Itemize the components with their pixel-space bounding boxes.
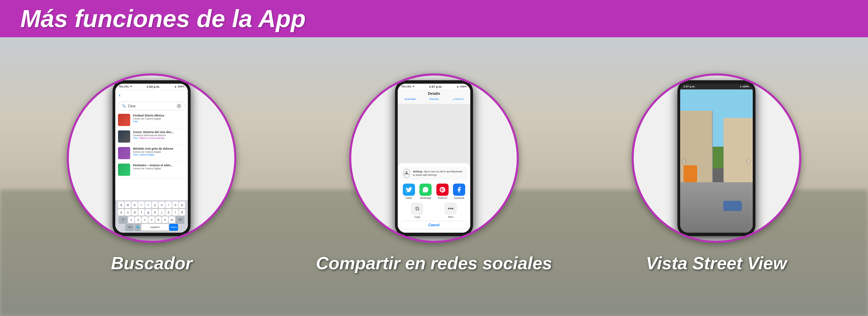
search-query: Cine [128, 104, 175, 108]
kb-v[interactable]: v [149, 216, 155, 223]
detail-title: Detalle [398, 91, 470, 96]
kb-x[interactable]: x [135, 216, 141, 223]
kb-delete[interactable]: ⌫ [176, 216, 184, 223]
result-tag-3: Cine, Cultura Digital [133, 153, 185, 156]
search-results: Festival Shorts México Centro de Cultura… [115, 112, 188, 200]
kb-i[interactable]: i [165, 202, 172, 208]
result-title-1: Festival Shorts México [133, 114, 185, 117]
result-thumb-3 [118, 147, 130, 159]
result-sub-2: Cineteca Nacional de México [133, 134, 185, 137]
result-item-1[interactable]: Festival Shorts México Centro de Cultura… [115, 112, 188, 128]
back-button[interactable]: ‹ [115, 90, 188, 100]
section-compartir: TELCEL ✦ 1:57 p.m. ▲ 100% Detalle Activi… [316, 73, 552, 273]
copy-item[interactable]: ⧉ Copy [411, 203, 423, 218]
kb-b[interactable]: b [155, 216, 161, 223]
kb-f[interactable]: f [138, 209, 144, 216]
kb-row-1: q w e r t y u i o p [116, 202, 187, 208]
pinterest-icon [436, 184, 449, 196]
result-tag-1: Cine [133, 120, 185, 123]
app-item-whatsapp[interactable]: WhatsApp [419, 184, 432, 199]
page-title: Más funciones de la App [20, 5, 305, 33]
main-content: TELCEL ✦ 1:54 p.m. ▲ 100% ‹ 🔍 Cine ✕ [0, 37, 868, 316]
search-icon: 🔍 [122, 104, 126, 108]
kb-q[interactable]: q [118, 202, 124, 208]
kb-k[interactable]: k [165, 209, 172, 216]
tab-recinto[interactable]: Recinto [428, 97, 441, 101]
kb-row-2: a s d f g h j k l ñ [116, 209, 187, 216]
compartir-screen: TELCEL ✦ 1:57 p.m. ▲ 100% Detalle Activi… [398, 84, 470, 233]
result-info-3: Mórbido Anti grito de dolores Centro de … [133, 147, 185, 156]
whatsapp-label: WhatsApp [420, 197, 431, 199]
kb-l[interactable]: l [172, 209, 178, 216]
time-3: 1:57 p.m. [684, 85, 695, 88]
kb-ñ[interactable]: ñ [179, 209, 185, 216]
app-icons-row: Twitter WhatsApp [400, 184, 468, 199]
streetview-phone: 1:57 p.m. ● 100% ‹ › [677, 80, 755, 236]
kb-j[interactable]: j [159, 209, 165, 216]
kb-123[interactable]: 123 [125, 224, 134, 231]
compartir-label: Compartir en redes sociales [316, 253, 552, 273]
sv-nav-right-button[interactable]: › [747, 156, 750, 166]
streetview-label: Vista Street View [646, 253, 787, 273]
tab-actividad[interactable]: Actividad [402, 97, 417, 101]
kb-w[interactable]: w [125, 202, 131, 208]
facebook-icon [453, 184, 465, 196]
cancel-button[interactable]: Cancel [400, 221, 468, 229]
result-sub-3: Centro de Cultura Digital [133, 150, 185, 153]
kb-d[interactable]: d [132, 209, 138, 216]
kb-m[interactable]: m [169, 216, 175, 223]
result-info-1: Festival Shorts México Centro de Cultura… [133, 114, 185, 123]
app-item-facebook[interactable]: Facebook [453, 184, 465, 199]
kb-h[interactable]: h [152, 209, 158, 216]
twitter-icon [403, 184, 415, 196]
result-thumb-2 [118, 130, 130, 143]
tab-como[interactable]: ¿Cómo ll [451, 97, 466, 101]
compartir-circle: TELCEL ✦ 1:57 p.m. ▲ 100% Detalle Activi… [349, 73, 519, 243]
result-item-4[interactable]: Perímetro – Incluso el silen... Centro d… [115, 162, 188, 178]
result-item-3[interactable]: Mórbido Anti grito de dolores Centro de … [115, 145, 188, 162]
buscador-phone: TELCEL ✦ 1:54 p.m. ▲ 100% ‹ 🔍 Cine ✕ [113, 80, 191, 236]
section-streetview: 1:57 p.m. ● 100% ‹ › [632, 73, 801, 273]
kb-e[interactable]: e [132, 202, 138, 208]
time-2: 1:57 p.m. [429, 85, 442, 88]
keyboard: q w e r t y u i o p a [115, 200, 188, 233]
kb-r[interactable]: r [138, 202, 144, 208]
sv-nav-left-button[interactable]: ‹ [683, 156, 686, 166]
kb-c[interactable]: c [142, 216, 148, 223]
kb-emoji[interactable]: 🌐 [135, 224, 141, 231]
search-clear-button[interactable]: ✕ [177, 104, 181, 108]
whatsapp-icon [419, 184, 432, 196]
status-bar-3: 1:57 p.m. ● 100% [680, 84, 753, 89]
buscador-label: Buscador [111, 253, 192, 273]
kb-a[interactable]: a [118, 209, 124, 216]
kb-t[interactable]: t [145, 202, 151, 208]
kb-o[interactable]: o [172, 202, 178, 208]
search-bar[interactable]: 🔍 Cine ✕ [118, 102, 185, 110]
airdrop-row[interactable]: AirDrop. Tap to turn on Wi-Fi and Blueto… [400, 167, 468, 180]
kb-space[interactable]: espacio [141, 224, 169, 231]
kb-u[interactable]: u [159, 202, 165, 208]
kb-p[interactable]: p [179, 202, 185, 208]
copy-row: ⧉ Copy ••• More [400, 203, 468, 218]
time-1: 1:54 p.m. [147, 85, 160, 88]
result-thumb-1 [118, 114, 130, 126]
kb-y[interactable]: y [152, 202, 158, 208]
streetview-circle: 1:57 p.m. ● 100% ‹ › [632, 73, 801, 243]
result-title-3: Mórbido Anti grito de dolores [133, 147, 185, 150]
kb-n[interactable]: n [162, 216, 168, 223]
kb-return[interactable]: return [169, 224, 178, 231]
buscador-circle: TELCEL ✦ 1:54 p.m. ▲ 100% ‹ 🔍 Cine ✕ [67, 73, 236, 243]
kb-g[interactable]: g [145, 209, 151, 216]
more-button-icon: ••• [445, 203, 457, 215]
airdrop-title: AirDrop. [413, 170, 423, 173]
kb-z[interactable]: z [128, 216, 134, 223]
kb-shift[interactable]: ⬆ [119, 216, 127, 223]
header: Más funciones de la App [0, 0, 868, 37]
result-item-2[interactable]: Curso: Historia del cine doc... Cineteca… [115, 128, 188, 145]
more-item[interactable]: ••• More [445, 203, 457, 218]
kb-s[interactable]: s [125, 209, 131, 216]
copy-button-icon: ⧉ [411, 203, 423, 215]
result-title-4: Perímetro – Incluso el silen... [133, 164, 185, 167]
app-item-twitter[interactable]: Twitter [403, 184, 415, 199]
app-item-pinterest[interactable]: Pinterest [436, 184, 449, 199]
